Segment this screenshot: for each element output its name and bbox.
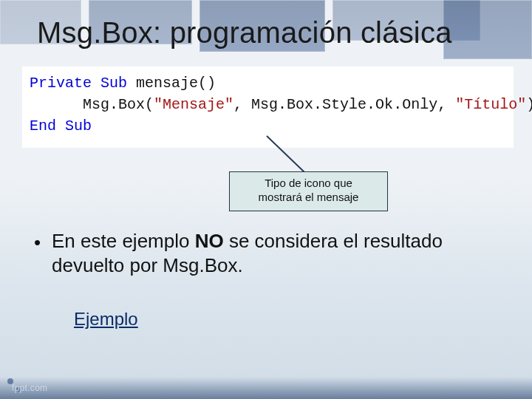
code-ident: Msg.Box.Style.Ok.Only [251, 96, 437, 113]
code-punct: () [198, 75, 216, 92]
body-bold: NO [195, 230, 224, 252]
deco-block [443, 0, 532, 59]
code-string: "Mensaje" [154, 96, 233, 113]
callout-line2: mostrará el mensaje [237, 191, 380, 205]
code-keyword: End [30, 117, 56, 134]
bullet-marker: • [34, 231, 41, 255]
code-indent [30, 96, 83, 113]
callout-box: Tipo de icono que mostrará el mensaje [229, 171, 388, 211]
decorative-bottom [0, 355, 532, 399]
footer-brand: fppt.com [12, 383, 47, 393]
callout-line1: Tipo de icono que [237, 177, 380, 191]
code-panel: Private Sub mensaje() Msg.Box("Mensaje",… [22, 66, 514, 148]
code-string: "Título" [455, 96, 526, 113]
code-punct: , [437, 96, 455, 113]
code-punct: ( [145, 96, 154, 113]
code-keyword: Sub [100, 75, 127, 92]
body-pre: En este ejemplo [52, 230, 195, 252]
example-link[interactable]: Ejemplo [74, 309, 138, 330]
body-paragraph: • En este ejemplo NO se considera el res… [52, 229, 495, 279]
code-punct: , [233, 96, 251, 113]
code-punct: ) [526, 96, 532, 113]
code-keyword: Private [30, 75, 92, 92]
slide: Msg.Box: programación clásica Private Su… [0, 0, 532, 399]
code-ident: Msg.Box [83, 96, 145, 113]
code-keyword: Sub [65, 117, 92, 134]
slide-title: Msg.Box: programación clásica [37, 16, 452, 50]
deco-bar [0, 377, 532, 399]
code-ident: mensaje [136, 75, 198, 92]
code-block: Private Sub mensaje() Msg.Box("Mensaje",… [22, 66, 514, 143]
